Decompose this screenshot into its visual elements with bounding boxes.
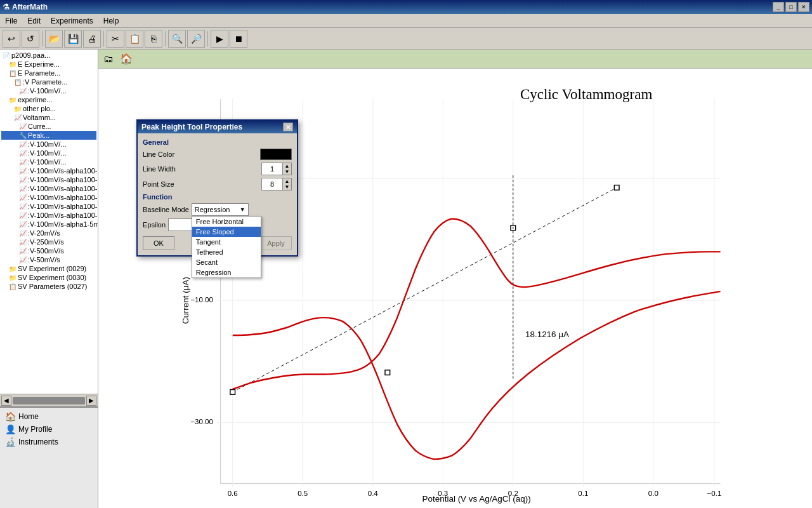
line-width-label: Line Width: [143, 165, 261, 173]
toolbar-cut[interactable]: ✂: [107, 30, 124, 48]
point-size-input[interactable]: [262, 178, 282, 190]
ok-button[interactable]: OK: [143, 236, 174, 250]
nav-home-btn[interactable]: 🏠: [119, 51, 134, 67]
tree-icon-23: 📈: [19, 257, 27, 264]
toolbar-save[interactable]: 💾: [64, 30, 82, 48]
svg-text:18.1216 μA: 18.1216 μA: [525, 330, 569, 339]
svg-rect-29: [614, 185, 619, 190]
tree-icon-8: 📈: [19, 123, 27, 130]
tree-item-12[interactable]: 📈 :V-100mV/...: [1, 157, 96, 166]
window-controls[interactable]: _ □ ✕: [773, 2, 809, 12]
nav-home[interactable]: 🏠 Home: [3, 410, 95, 423]
toolbar-zoom-in[interactable]: 🔍: [168, 30, 186, 48]
toolbar-run[interactable]: ▶: [211, 30, 228, 48]
toolbar-print[interactable]: 🖨: [83, 30, 101, 48]
line-width-up[interactable]: ▲: [282, 163, 291, 169]
menu-experiments[interactable]: Experiments: [46, 15, 98, 27]
tree-item-10[interactable]: 📈 :V-100mV/...: [1, 140, 96, 149]
menu-file[interactable]: File: [0, 15, 22, 27]
tree-item-4[interactable]: 📈 :V-100mV/...: [1, 86, 96, 95]
option-secant[interactable]: Secant: [192, 257, 261, 267]
tree-item-9[interactable]: 🔧 Peak...: [1, 131, 96, 140]
epsilon-label: Epsilon: [143, 221, 166, 229]
menu-bar: File Edit Experiments Help: [0, 14, 812, 28]
tree-item-1[interactable]: 📁 E Experime...: [1, 60, 96, 69]
tree-item-24[interactable]: 📁 SV Experiment (0029): [1, 264, 96, 273]
tree-item-5[interactable]: 📁 experime...: [1, 95, 96, 104]
apply-button[interactable]: Apply: [260, 236, 292, 250]
tree-item-23[interactable]: 📈 :V-50mV/s: [1, 255, 96, 264]
svg-text:0.1: 0.1: [578, 490, 588, 497]
point-size-spinner-buttons: ▲ ▼: [282, 178, 291, 190]
option-tethered[interactable]: Tethered: [192, 247, 261, 257]
tree-item-13[interactable]: 📈 :V-100mV/s-alpha100-1...: [1, 166, 96, 175]
line-width-down[interactable]: ▼: [282, 169, 291, 175]
tree-item-26[interactable]: 📋 SV Parameters (0027): [1, 282, 96, 291]
tree-item-22[interactable]: 📈 :V-500mV/s: [1, 246, 96, 255]
tree-icon-19: 📈: [19, 221, 27, 228]
dialog-body: General Line Color Line Width ▲ ▼: [138, 133, 297, 255]
toolbar-zoom-out[interactable]: 🔎: [187, 30, 205, 48]
toolbar-copy[interactable]: 📋: [126, 30, 143, 48]
scroll-left-btn[interactable]: ◀: [1, 396, 11, 406]
left-panel: 📄 p2009.paa... 📁 E Experime... 📋 E Param…: [0, 50, 98, 508]
line-width-spinner-buttons: ▲ ▼: [282, 163, 291, 175]
scroll-right-btn[interactable]: ▶: [86, 396, 96, 406]
tree-item-19[interactable]: 📈 :V-100mV/s-alpha1-5mV: [1, 220, 96, 229]
instruments-icon: 🔬: [5, 437, 16, 447]
svg-text:−10.00: −10.00: [190, 296, 213, 304]
tree-item-14[interactable]: 📈 :V-100mV/s-alpha100-1r: [1, 175, 96, 184]
restore-button[interactable]: □: [785, 2, 797, 12]
toolbar-open[interactable]: 📂: [45, 30, 63, 48]
minimize-button[interactable]: _: [773, 2, 784, 12]
tree-item-0[interactable]: 📄 p2009.paa...: [1, 51, 96, 60]
baseline-dropdown-list: Free Horizontal Free Sloped Tangent Teth…: [192, 216, 261, 278]
option-free-sloped[interactable]: Free Sloped: [192, 227, 261, 237]
line-width-input[interactable]: [262, 163, 282, 175]
tree-item-8[interactable]: 📈 Curre...: [1, 122, 96, 131]
tree-scrollbar[interactable]: ◀ ▶: [0, 394, 98, 406]
tree-item-25[interactable]: 📁 SV Experiment (0030): [1, 273, 96, 282]
tree-item-15[interactable]: 📈 :V-100mV/s-alpha100-1m...: [1, 184, 96, 193]
option-regression[interactable]: Regression: [192, 267, 261, 277]
tree-icon-0: 📄: [3, 52, 10, 59]
separator-2: [103, 31, 104, 46]
line-color-swatch[interactable]: [260, 149, 292, 160]
separator-1: [42, 31, 43, 46]
tree-item-16[interactable]: 📈 :V-100mV/s-alpha100-20r: [1, 193, 96, 202]
tree-item-2[interactable]: 📋 E Paramete...: [1, 69, 96, 77]
toolbar-forward[interactable]: ↺: [22, 30, 39, 48]
function-section-label: Function: [143, 193, 292, 201]
menu-help[interactable]: Help: [98, 15, 124, 27]
close-button[interactable]: ✕: [798, 2, 809, 12]
home-icon: 🏠: [5, 411, 16, 422]
tree-item-11[interactable]: 📈 :V-100mV/...: [1, 149, 96, 157]
menu-edit[interactable]: Edit: [22, 15, 46, 27]
tree-item-6[interactable]: 📁 other plo...: [1, 104, 96, 113]
nav-back-btn[interactable]: 🗂: [101, 51, 116, 67]
tree-icon-6: 📁: [14, 105, 22, 112]
point-size-down[interactable]: ▼: [282, 184, 291, 190]
tree-item-17[interactable]: 📈 :V-100mV/s-alpha100-50r: [1, 202, 96, 211]
tree-icon-25: 📁: [9, 274, 16, 281]
option-free-horizontal[interactable]: Free Horizontal: [192, 217, 261, 227]
tree-item-7[interactable]: 📈 Voltamm...: [1, 113, 96, 122]
svg-rect-27: [385, 370, 390, 375]
nav-profile[interactable]: 👤 My Profile: [3, 423, 95, 436]
baseline-mode-select[interactable]: Regression ▼: [192, 203, 249, 216]
toolbar-back[interactable]: ↩: [3, 30, 20, 48]
toolbar-paste[interactable]: ⎘: [145, 30, 162, 48]
toolbar-stop[interactable]: ⏹: [230, 30, 247, 48]
dialog-title-text: Peak Height Tool Properties: [141, 123, 242, 131]
scroll-thumb[interactable]: [13, 397, 85, 404]
point-size-up[interactable]: ▲: [282, 178, 291, 184]
tree-item-20[interactable]: 📈 :V-20mV/s: [1, 229, 96, 237]
second-toolbar: 🗂 🏠: [98, 50, 812, 69]
tree-item-3[interactable]: 📋 :V Paramete...: [1, 77, 96, 86]
baseline-mode-dropdown-wrap: Regression ▼ Free Horizontal Free Sloped…: [192, 203, 249, 216]
tree-item-18[interactable]: 📈 :V-100mV/s-alpha100-1mV: [1, 211, 96, 220]
nav-instruments[interactable]: 🔬 Instruments: [3, 436, 95, 448]
tree-item-21[interactable]: 📈 :V-250mV/s: [1, 237, 96, 246]
dialog-close-button[interactable]: ✕: [283, 123, 293, 131]
option-tangent[interactable]: Tangent: [192, 237, 261, 247]
